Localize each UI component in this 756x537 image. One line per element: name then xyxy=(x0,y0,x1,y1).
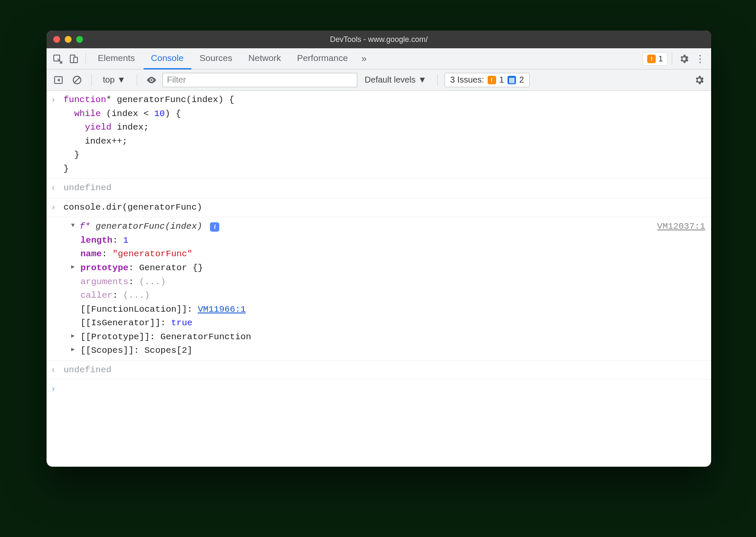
prop-prototype[interactable]: prototype: Generator {} xyxy=(71,261,705,275)
tab-network[interactable]: Network xyxy=(241,48,289,69)
console-prompt-row[interactable]: › xyxy=(47,380,711,385)
info-icon[interactable]: i xyxy=(210,222,219,232)
message-icon: ▤ xyxy=(508,76,516,84)
settings-icon[interactable] xyxy=(676,51,692,66)
prop-arguments[interactable]: arguments: (...) xyxy=(71,275,705,289)
console-input-row: › console.dir(generatorFunc) xyxy=(47,198,711,218)
return-value: undefined xyxy=(63,365,111,375)
console-settings-icon[interactable] xyxy=(692,72,707,88)
issues-button[interactable]: 3 Issues: ! 1 ▤ 2 xyxy=(444,73,529,87)
issues-label: 3 Issues: xyxy=(450,75,484,85)
input-chevron-icon: › xyxy=(51,93,56,106)
console-return-row: ‹ undefined xyxy=(47,361,711,380)
console-toolbar: top ▼ Default levels ▼ 3 Issues: ! 1 ▤ 2 xyxy=(47,69,711,91)
titlebar: DevTools - www.google.com/ xyxy=(47,30,711,48)
toggle-sidebar-icon[interactable] xyxy=(51,72,66,88)
prop-name[interactable]: name: "generatorFunc" xyxy=(71,247,705,261)
warnings-badge[interactable]: ! 1 xyxy=(643,52,668,66)
context-label: top xyxy=(103,75,115,85)
close-button[interactable] xyxy=(53,36,60,43)
code-block[interactable]: function* generatorFunc(index) { while (… xyxy=(63,93,705,176)
console-dir-row: VM12037:1 f* generatorFunc(index) i leng… xyxy=(47,217,711,360)
prompt-chevron-icon: › xyxy=(51,382,56,396)
warning-icon: ! xyxy=(647,55,656,63)
more-tabs-icon[interactable]: » xyxy=(356,51,372,66)
input-chevron-icon: › xyxy=(51,201,56,214)
prop-scopes[interactable]: [[Scopes]]: Scopes[2] xyxy=(71,344,705,358)
live-expression-icon[interactable] xyxy=(144,72,159,88)
traffic-lights xyxy=(47,36,83,43)
tab-performance[interactable]: Performance xyxy=(290,48,356,69)
svg-rect-2 xyxy=(74,57,77,63)
log-levels-dropdown[interactable]: Default levels ▼ xyxy=(361,73,431,87)
minimize-button[interactable] xyxy=(65,36,72,43)
kebab-menu-icon[interactable]: ⋮ xyxy=(693,51,708,66)
execution-context-dropdown[interactable]: top ▼ xyxy=(99,73,130,87)
console-return-row: ‹ undefined xyxy=(47,179,711,198)
levels-label: Default levels xyxy=(365,75,416,85)
filter-input[interactable] xyxy=(163,73,357,87)
function-sigil: f* xyxy=(80,221,96,231)
separator xyxy=(672,53,672,65)
tab-elements[interactable]: Elements xyxy=(90,48,143,69)
zoom-button[interactable] xyxy=(76,36,83,43)
prop-is-generator[interactable]: [[IsGenerator]]: true xyxy=(71,316,705,330)
prop-function-location[interactable]: [[FunctionLocation]]: VM11966:1 xyxy=(71,303,705,317)
object-tree[interactable]: f* generatorFunc(index) i length: 1 name… xyxy=(63,220,705,357)
issues-info-count: 2 xyxy=(519,75,524,85)
console-input-row: › function* generatorFunc(index) { while… xyxy=(47,91,711,179)
object-header[interactable]: f* generatorFunc(index) i xyxy=(71,220,705,234)
vm-link[interactable]: VM11966:1 xyxy=(198,304,246,314)
devtools-window: DevTools - www.google.com/ Elements Cons… xyxy=(47,30,711,467)
inspect-element-icon[interactable] xyxy=(50,51,65,66)
return-chevron-icon: ‹ xyxy=(51,363,56,376)
panel-tabstrip: Elements Console Sources Network Perform… xyxy=(47,48,711,69)
window-title: DevTools - www.google.com/ xyxy=(47,35,711,44)
function-signature: generatorFunc(index) xyxy=(96,221,202,231)
separator xyxy=(437,74,438,86)
separator xyxy=(86,53,86,65)
return-value: undefined xyxy=(63,183,111,193)
prop-internal-prototype[interactable]: [[Prototype]]: GeneratorFunction xyxy=(71,330,705,344)
chevron-down-icon: ▼ xyxy=(117,75,126,85)
clear-console-icon[interactable] xyxy=(69,72,85,88)
tab-sources[interactable]: Sources xyxy=(192,48,240,69)
chevron-down-icon: ▼ xyxy=(418,75,427,85)
prop-caller[interactable]: caller: (...) xyxy=(71,289,705,303)
separator xyxy=(91,74,92,86)
return-chevron-icon: ‹ xyxy=(51,181,56,194)
warning-icon: ! xyxy=(488,76,496,84)
issues-warn-count: 1 xyxy=(499,75,504,85)
prop-length[interactable]: length: 1 xyxy=(71,234,705,248)
code-line[interactable]: console.dir(generatorFunc) xyxy=(63,202,202,212)
tab-console[interactable]: Console xyxy=(143,48,191,69)
warnings-count: 1 xyxy=(658,54,663,64)
console-log[interactable]: › function* generatorFunc(index) { while… xyxy=(47,91,711,467)
device-toolbar-icon[interactable] xyxy=(66,51,81,66)
separator xyxy=(137,74,137,86)
